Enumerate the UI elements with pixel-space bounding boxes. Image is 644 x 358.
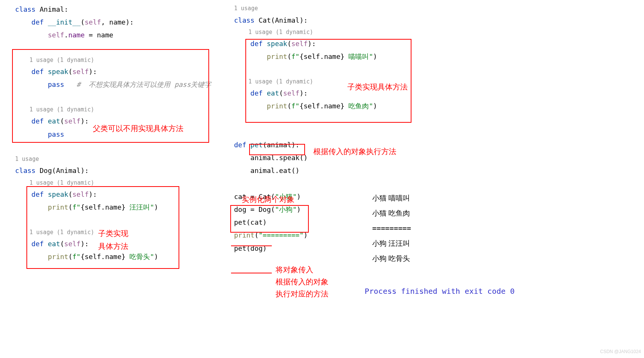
annotation-text: 父类可以不用实现具体方法 xyxy=(93,122,183,134)
code-line: self.name = name xyxy=(15,29,211,42)
annotation-text: 子类实现 xyxy=(98,227,128,239)
output-line: ========= xyxy=(372,221,411,236)
usage-hint: 1 usage xyxy=(234,3,377,14)
output-line: 小猫 喵喵叫 xyxy=(372,191,411,206)
usage-hint: 1 usage (1 dynamic) xyxy=(234,27,377,38)
code-line: pet(dog) xyxy=(234,242,377,255)
watermark: CSDN @JANG1024 xyxy=(600,347,641,356)
output-line: 小猫 吃鱼肉 xyxy=(372,206,411,221)
annotation-underline xyxy=(231,245,272,246)
code-line: class Cat(Animal): xyxy=(234,14,377,27)
usage-hint: 1 usage xyxy=(15,154,211,165)
annotation-text: 执行对应的方法 xyxy=(276,288,328,300)
code-line: def __init__(self, name): xyxy=(15,16,211,29)
annotation-text: 实例化两个对象 xyxy=(242,193,294,205)
code-line: class Animal: xyxy=(15,3,211,16)
annotation-underline xyxy=(231,273,272,273)
output-line: 小狗 汪汪叫 xyxy=(372,236,411,251)
annotation-text: 根据传入的对象 xyxy=(276,276,328,288)
program-output: 小猫 喵喵叫 小猫 吃鱼肉 ========= 小狗 汪汪叫 小狗 吃骨头 xyxy=(372,191,411,266)
annotation-box xyxy=(249,144,305,155)
annotation-box xyxy=(230,205,309,233)
annotation-text: 将对象传入 xyxy=(276,264,313,276)
annotation-text: 子类实现具体方法 xyxy=(347,81,408,93)
annotation-text: 根据传入的对象执行方法 xyxy=(313,145,396,157)
exit-message: Process finished with exit code 0 xyxy=(365,284,515,298)
output-line: 小狗 吃骨头 xyxy=(372,251,411,266)
code-line: class Dog(Animal): xyxy=(15,164,211,177)
annotation-text: 具体方法 xyxy=(98,240,128,252)
code-line: animal.eat() xyxy=(234,164,377,177)
